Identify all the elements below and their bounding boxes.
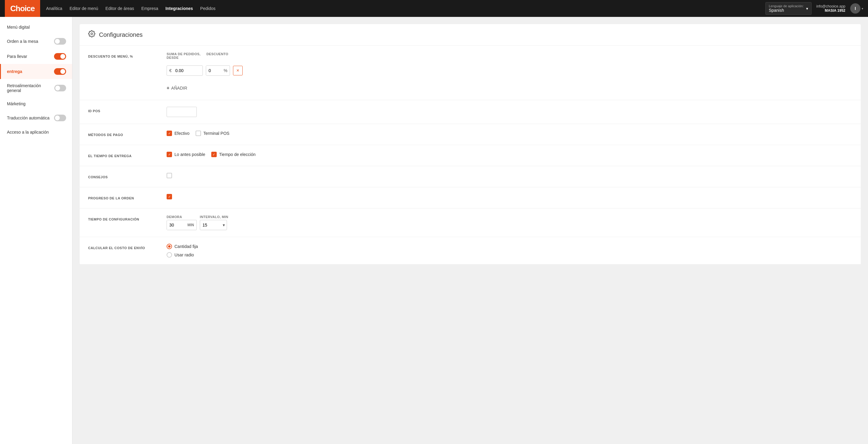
checkbox-box-consejos-cb	[166, 173, 172, 178]
main-content: Configuraciones DESCUENTO DE MENÚ, %SUMA…	[72, 17, 868, 444]
config-row-label-tiempo-configuracion: TIEMPO DE CONFIGURACIÓN	[88, 215, 166, 221]
sidebar-item-label-marketing: Márketing	[7, 101, 25, 106]
sidebar: Menú digitalOrden a la mesaPara llevaren…	[0, 17, 72, 444]
sidebar-item-traduccion[interactable]: Traducción automática	[0, 110, 72, 125]
delay-input[interactable]	[167, 220, 185, 230]
lang-label-container: Lenguaje de aplicación: Spanish	[769, 4, 804, 13]
config-row-content-costo-envio: Cantidad fijaUsar radio	[166, 244, 852, 258]
chevron-down-icon: ▾	[806, 6, 808, 11]
config-row-descuento-menu: DESCUENTO DE MENÚ, %SUMA DE PEDIDOS, DES…	[80, 45, 861, 100]
config-row-progreso-orden: PROGRESO DE LA ORDEN✓	[80, 187, 861, 209]
remove-discount-button[interactable]: ×	[233, 66, 243, 75]
logo[interactable]: Choice	[5, 0, 40, 17]
checkbox-item-consejos-cb[interactable]	[166, 173, 175, 178]
checkbox-group-metodos-pago: ✓EfectivoTerminal POS	[166, 131, 229, 136]
config-panel: Configuraciones DESCUENTO DE MENÚ, %SUMA…	[80, 24, 861, 264]
checkbox-item-progreso-cb[interactable]: ✓	[166, 194, 175, 199]
delay-unit: MIN	[185, 221, 196, 229]
sidebar-item-label-para-llevar: Para llevar	[7, 54, 27, 59]
config-row-content-tiempo-entrega: ✓Lo antes posible✓Tiempo de elección	[166, 152, 852, 157]
currency-symbol: €	[167, 66, 174, 75]
language-selector[interactable]: Lenguaje de aplicación: Spanish ▾	[765, 2, 812, 15]
language-label: Lenguaje de aplicación:	[769, 4, 804, 8]
toggle-retroalimentacion[interactable]	[54, 85, 66, 91]
checkbox-box-progreso-cb: ✓	[166, 194, 172, 199]
sidebar-item-menu-digital[interactable]: Menú digital	[0, 21, 72, 34]
checkbox-item-lo-antes-posible[interactable]: ✓Lo antes posible	[166, 152, 205, 157]
nav-link-integraciones[interactable]: Integraciones	[165, 5, 193, 12]
add-discount-button[interactable]: + AÑADIR	[166, 83, 187, 93]
radio-label-usar-radio: Usar radio	[175, 252, 194, 257]
user-email: info@chooice.app	[816, 4, 845, 8]
config-row-label-costo-envio: CALCULAR EL COSTO DE ENVÍO	[88, 244, 166, 250]
checkbox-label-terminal-pos: Terminal POS	[204, 131, 229, 136]
sidebar-item-retroalimentacion[interactable]: Retroalimentación general	[0, 79, 72, 97]
user-info: info@chooice.app MASIA 1952	[816, 4, 845, 13]
checkbox-item-efectivo[interactable]: ✓Efectivo	[166, 131, 189, 136]
nav-link-empresa[interactable]: Empresa	[141, 5, 158, 12]
amount-input[interactable]	[174, 66, 195, 75]
sidebar-item-label-acceso-app: Acceso a la aplicación	[7, 130, 49, 134]
plus-icon: +	[166, 85, 169, 91]
sidebar-item-orden-mesa[interactable]: Orden a la mesa	[0, 34, 72, 49]
checkbox-item-tiempo-eleccion[interactable]: ✓Tiempo de elección	[211, 152, 256, 157]
checkbox-box-terminal-pos	[195, 131, 201, 136]
sidebar-item-acceso-app[interactable]: Acceso a la aplicación	[0, 125, 72, 139]
time-config-inputs: DEMORAMININTERVALO, MIN5101520304560▾	[166, 215, 228, 230]
pos-id-input[interactable]	[166, 107, 197, 117]
sidebar-item-label-orden-mesa: Orden a la mesa	[7, 39, 38, 44]
interval-col: INTERVALO, MIN5101520304560▾	[200, 215, 228, 230]
delay-label: DEMORA	[166, 215, 197, 219]
nav-link-pedidos[interactable]: Pedidos	[200, 5, 216, 12]
config-row-label-tiempo-entrega: EL TIEMPO DE ENTREGA	[88, 152, 166, 158]
checkbox-box-lo-antes-posible: ✓	[166, 152, 172, 157]
sidebar-item-marketing[interactable]: Márketing	[0, 97, 72, 110]
discount-col-header-pct: DESCUENTO	[207, 52, 230, 59]
config-row-tiempo-entrega: EL TIEMPO DE ENTREGA✓Lo antes posible✓Ti…	[80, 145, 861, 166]
config-row-content-metodos-pago: ✓EfectivoTerminal POS	[166, 131, 852, 136]
avatar: I	[850, 3, 861, 13]
interval-select[interactable]: 5101520304560	[200, 220, 221, 230]
config-row-content-descuento-menu: SUMA DE PEDIDOS, DESDEDESCUENTO€%×+ AÑAD…	[166, 52, 852, 93]
interval-label: INTERVALO, MIN	[200, 215, 228, 219]
checkbox-box-tiempo-eleccion: ✓	[211, 152, 217, 157]
nav-link-editor-menu[interactable]: Editor de menú	[69, 5, 98, 12]
checkbox-group-tiempo-entrega: ✓Lo antes posible✓Tiempo de elección	[166, 152, 256, 157]
radio-circle-cantidad-fija	[166, 244, 172, 249]
top-nav: Choice AnalíticaEditor de menúEditor de …	[0, 0, 868, 17]
config-row-content-id-pos	[166, 107, 852, 117]
config-row-label-progreso-orden: PROGRESO DE LA ORDEN	[88, 194, 166, 200]
radio-item-usar-radio[interactable]: Usar radio	[166, 252, 198, 258]
language-value: Spanish	[769, 8, 784, 13]
discount-input-row: €%×	[166, 65, 852, 76]
radio-group-costo-envio: Cantidad fijaUsar radio	[166, 244, 198, 258]
config-row-tiempo-configuracion: TIEMPO DE CONFIGURACIÓNDEMORAMININTERVAL…	[80, 209, 861, 237]
sidebar-item-label-traduccion: Traducción automática	[7, 116, 50, 120]
config-row-content-consejos	[166, 173, 852, 178]
config-rows: DESCUENTO DE MENÚ, %SUMA DE PEDIDOS, DES…	[80, 45, 861, 264]
config-row-content-progreso-orden: ✓	[166, 194, 852, 199]
nav-link-analitica[interactable]: Analítica	[46, 5, 62, 12]
discount-col-header-amount: SUMA DE PEDIDOS, DESDE	[166, 52, 203, 59]
sidebar-item-label-menu-digital: Menú digital	[7, 25, 30, 30]
checkbox-item-terminal-pos[interactable]: Terminal POS	[195, 131, 229, 136]
radio-label-cantidad-fija: Cantidad fija	[175, 244, 198, 249]
user-avatar-dropdown[interactable]: I ▾	[850, 3, 863, 13]
sidebar-item-entrega[interactable]: entrega	[0, 64, 72, 79]
delay-input-wrap: MIN	[166, 220, 197, 230]
nav-link-editor-areas[interactable]: Editor de áreas	[105, 5, 134, 12]
svg-point-0	[91, 33, 93, 35]
toggle-entrega[interactable]	[54, 68, 66, 75]
config-title: Configuraciones	[99, 31, 143, 38]
pct-input[interactable]	[206, 66, 221, 75]
sidebar-item-para-llevar[interactable]: Para llevar	[0, 49, 72, 64]
toggle-traduccion[interactable]	[54, 115, 66, 121]
config-row-metodos-pago: MÉTODOS DE PAGO✓EfectivoTerminal POS	[80, 124, 861, 145]
config-icon	[88, 30, 95, 39]
toggle-para-llevar[interactable]	[54, 53, 66, 60]
page-layout: Menú digitalOrden a la mesaPara llevaren…	[0, 17, 868, 444]
radio-item-cantidad-fija[interactable]: Cantidad fija	[166, 244, 198, 249]
checkbox-label-lo-antes-posible: Lo antes posible	[175, 152, 205, 157]
nav-links: AnalíticaEditor de menúEditor de áreasEm…	[46, 5, 765, 12]
toggle-orden-mesa[interactable]	[54, 38, 66, 45]
